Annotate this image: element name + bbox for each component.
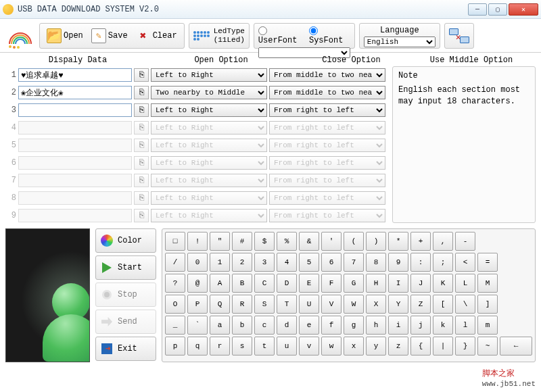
key[interactable]: Y (388, 295, 408, 314)
key[interactable]: E (299, 274, 319, 293)
key[interactable]: y (366, 337, 386, 356)
save-button[interactable]: Save (89, 27, 131, 45)
key[interactable]: v (299, 337, 319, 356)
key[interactable]: ~ (477, 337, 498, 356)
key[interactable]: | (433, 337, 453, 356)
key[interactable]: 8 (366, 253, 386, 272)
key[interactable]: 5 (299, 253, 319, 272)
sysfont-radio[interactable]: SysFont (309, 26, 350, 45)
connection-button[interactable]: ✕ (444, 23, 474, 49)
key[interactable]: B (232, 274, 252, 293)
maximize-button[interactable]: ▢ (488, 3, 507, 16)
key[interactable]: m (477, 316, 498, 335)
key[interactable]: I (388, 274, 408, 293)
key[interactable]: - (455, 232, 475, 251)
key[interactable]: H (366, 274, 386, 293)
color-button[interactable]: Color (95, 228, 156, 253)
key[interactable]: 1 (210, 253, 230, 272)
clear-button[interactable]: ✖ Clear (133, 27, 180, 45)
ledtype-button[interactable]: LedType (11Led) (189, 23, 250, 49)
open-button[interactable]: 📂 Open (44, 27, 86, 45)
key[interactable]: t (254, 337, 275, 356)
key[interactable]: U (299, 295, 319, 314)
key[interactable]: A (210, 274, 230, 293)
key[interactable]: 7 (344, 253, 364, 272)
key[interactable]: R (232, 295, 252, 314)
key[interactable]: f (321, 316, 342, 335)
key[interactable]: p (165, 337, 185, 356)
key[interactable]: d (277, 316, 297, 335)
key[interactable]: , (433, 232, 453, 251)
key[interactable]: ? (165, 274, 185, 293)
key[interactable]: " (210, 232, 230, 251)
key[interactable]: i (388, 316, 408, 335)
key[interactable]: X (366, 295, 386, 314)
key[interactable]: O (165, 295, 185, 314)
key[interactable]: + (410, 232, 431, 251)
display-data-input[interactable] (18, 68, 132, 82)
key[interactable]: L (455, 274, 475, 293)
open-option-select[interactable]: Left to Right (151, 103, 267, 117)
key[interactable]: P (187, 295, 208, 314)
key[interactable]: W (344, 295, 364, 314)
key[interactable]: q (187, 337, 208, 356)
key[interactable]: ' (321, 232, 342, 251)
key[interactable]: e (299, 316, 319, 335)
key[interactable]: # (232, 232, 252, 251)
close-option-select[interactable]: From middle to two nea (269, 68, 385, 82)
key[interactable]: j (410, 316, 431, 335)
key[interactable]: _ (165, 316, 185, 335)
start-button[interactable]: Start (95, 255, 156, 280)
key[interactable]: [ (433, 295, 453, 314)
key[interactable]: g (344, 316, 364, 335)
key[interactable]: a (210, 316, 230, 335)
key[interactable]: $ (254, 232, 275, 251)
key[interactable]: b (232, 316, 252, 335)
userfont-radio[interactable]: UserFont (258, 26, 304, 45)
duplicate-button[interactable]: ⎘ (134, 103, 149, 117)
key[interactable]: & (299, 232, 319, 251)
language-select[interactable]: English (364, 36, 436, 47)
key[interactable]: @ (187, 274, 208, 293)
key[interactable]: ← (500, 337, 532, 356)
key[interactable]: G (344, 274, 364, 293)
key[interactable]: x (344, 337, 364, 356)
key[interactable]: ) (366, 232, 386, 251)
key[interactable]: r (210, 337, 230, 356)
close-button[interactable]: ✕ (509, 3, 538, 16)
key[interactable]: c (254, 316, 275, 335)
key[interactable]: 6 (321, 253, 342, 272)
open-option-select[interactable]: Two nearby to Middle (151, 86, 267, 99)
key[interactable]: Q (210, 295, 230, 314)
minimize-button[interactable]: — (468, 3, 487, 16)
key[interactable]: S (254, 295, 275, 314)
key[interactable]: ! (187, 232, 208, 251)
display-data-input[interactable] (18, 86, 132, 99)
key[interactable]: 4 (277, 253, 297, 272)
duplicate-button[interactable]: ⎘ (134, 86, 149, 99)
key[interactable]: \ (455, 295, 475, 314)
key[interactable]: ] (477, 295, 498, 314)
key[interactable]: M (477, 274, 498, 293)
key[interactable]: F (321, 274, 342, 293)
key[interactable]: w (321, 337, 342, 356)
key[interactable]: * (388, 232, 408, 251)
key[interactable]: 9 (388, 253, 408, 272)
key[interactable]: V (321, 295, 342, 314)
key[interactable]: J (410, 274, 431, 293)
key[interactable]: u (277, 337, 297, 356)
key[interactable]: Z (410, 295, 431, 314)
key[interactable]: = (477, 253, 498, 272)
key[interactable]: K (433, 274, 453, 293)
key[interactable]: } (455, 337, 475, 356)
key[interactable]: l (455, 316, 475, 335)
key[interactable]: ; (433, 253, 453, 272)
key[interactable]: □ (165, 232, 185, 251)
duplicate-button[interactable]: ⎘ (134, 68, 149, 82)
send-button[interactable]: Send (95, 310, 156, 334)
exit-button[interactable]: Exit (95, 337, 156, 361)
key[interactable]: h (366, 316, 386, 335)
open-option-select[interactable]: Left to Right (151, 68, 267, 82)
stop-button[interactable]: Stop (95, 283, 156, 307)
key[interactable]: { (410, 337, 431, 356)
